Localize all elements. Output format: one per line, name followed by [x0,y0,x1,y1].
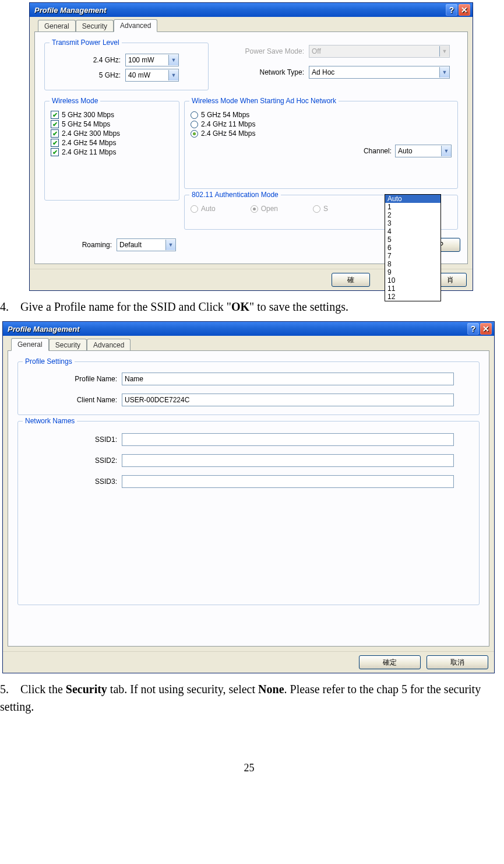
radio-auth-open: Open [251,205,278,213]
close-button[interactable]: ✕ [459,4,470,16]
close-button[interactable]: ✕ [480,323,492,335]
help-button[interactable]: ? [467,323,479,335]
help-button[interactable]: ? [446,4,457,16]
client-area: General Security Advanced Profile Settin… [3,336,494,651]
channel-option[interactable]: Auto [385,195,440,203]
tabstrip: General Security Advanced [8,338,489,351]
tabstrip: General Security Advanced [34,19,468,32]
titlebar[interactable]: Profile Management ? ✕ [3,322,494,336]
label-ssid1: SSID1: [24,435,122,444]
channel-option[interactable]: 6 [385,244,440,252]
combo-network-type[interactable]: Ad Hoc ▼ [309,66,450,79]
chevron-down-icon: ▼ [168,55,178,65]
combo-24ghz-power[interactable]: 100 mW ▼ [125,54,179,66]
legend-auth-mode: 802.11 Authentication Mode [189,191,281,199]
radio-5ghz-54[interactable]: 5 GHz 54 Mbps [191,111,452,119]
window-profile-management-general: Profile Management ? ✕ General Security … [2,321,495,673]
cancel-button[interactable]: 取消 [427,655,488,669]
channel-option[interactable]: 2 [385,211,440,219]
tab-advanced[interactable]: Advanced [87,339,131,352]
group-transmit-power: Transmit Power Level 2.4 GHz: 100 mW ▼ 5… [44,43,209,90]
group-network-names: Network Names SSID1: SSID2: SSID3: [17,421,480,605]
label-channel: Channel: [364,147,395,155]
legend-transmit-power: Transmit Power Level [50,38,122,47]
label-network-type: Network Type: [211,68,309,76]
channel-option[interactable]: 11 [385,285,440,293]
label-client-name: Client Name: [24,396,122,404]
label-5ghz: 5 GHz: [51,71,125,79]
input-ssid2[interactable] [122,454,454,467]
input-profile-name[interactable]: Name [122,373,454,385]
ok-button-partial[interactable]: 確 [332,273,370,287]
tab-advanced[interactable]: Advanced [114,19,157,32]
tab-security[interactable]: Security [76,20,114,33]
radio-24ghz-11[interactable]: 2.4 GHz 11 Mbps [191,120,452,128]
channel-option[interactable]: 8 [385,260,440,268]
legend-wireless-mode-adhoc: Wireless Mode When Starting Ad Hoc Netwo… [189,97,339,105]
window-title: Profile Management [8,325,466,333]
tab-general[interactable]: General [38,20,76,33]
chevron-down-icon: ▼ [439,67,449,78]
group-wireless-mode-adhoc: Wireless Mode When Starting Ad Hoc Netwo… [184,101,458,189]
button-bar: 確定 取消 [3,651,494,673]
label-profile-name: Profile Name: [24,375,122,383]
tab-general[interactable]: General [11,338,49,351]
label-24ghz: 2.4 GHz: [51,56,125,64]
chevron-down-icon: ▼ [165,240,175,250]
radio-auth-shared: S [313,205,328,213]
titlebar[interactable]: Profile Management ? ✕ [30,3,473,17]
legend-network-names: Network Names [23,417,77,425]
group-wireless-mode: Wireless Mode ✔5 GHz 300 Mbps ✔5 GHz 54 … [44,101,179,201]
instruction-step-5: 5. Click the Security tab. If not using … [0,680,487,715]
radio-24ghz-54[interactable]: 2.4 GHz 54 Mbps [191,129,452,138]
chevron-down-icon: ▼ [439,46,449,57]
channel-option[interactable]: 10 [385,276,440,285]
check-24ghz-11[interactable]: ✔2.4 GHz 11 Mbps [51,148,173,156]
label-ssid3: SSID3: [24,477,122,486]
channel-option[interactable]: 1 [385,203,440,211]
input-ssid3[interactable] [122,475,454,488]
channel-option[interactable]: 5 [385,236,440,244]
label-ssid2: SSID2: [24,456,122,465]
check-5ghz-300[interactable]: ✔5 GHz 300 Mbps [51,111,173,119]
check-5ghz-54[interactable]: ✔5 GHz 54 Mbps [51,120,173,128]
window-profile-management-advanced: Profile Management ? ✕ General Security … [29,2,473,291]
check-24ghz-54[interactable]: ✔2.4 GHz 54 Mbps [51,139,173,147]
window-title: Profile Management [34,6,445,15]
label-roaming: Roaming: [42,241,117,249]
channel-option[interactable]: 7 [385,252,440,260]
radio-auth-auto: Auto [191,205,216,213]
channel-option[interactable]: 9 [385,268,440,276]
combo-5ghz-power[interactable]: 40 mW ▼ [125,69,179,82]
channel-dropdown-list[interactable]: Auto 1 2 3 4 5 6 7 8 9 10 11 12 [385,194,441,301]
tabpanel-advanced: Transmit Power Level 2.4 GHz: 100 mW ▼ 5… [34,31,468,264]
group-profile-settings: Profile Settings Profile Name: Name Clie… [17,361,480,415]
legend-wireless-mode: Wireless Mode [50,97,100,105]
combo-roaming[interactable]: Default ▼ [117,238,176,251]
page-number: 25 [0,762,498,774]
tab-security[interactable]: Security [49,339,87,352]
label-power-save: Power Save Mode: [211,47,309,55]
client-area: General Security Advanced Transmit Power… [30,17,473,269]
combo-channel[interactable]: Auto ▼ [395,145,452,157]
ok-button[interactable]: 確定 [359,655,421,669]
channel-option[interactable]: 4 [385,227,440,236]
combo-power-save: Off ▼ [309,45,450,58]
input-ssid1[interactable] [122,433,454,446]
check-24ghz-300[interactable]: ✔2.4 GHz 300 Mbps [51,129,173,138]
channel-option[interactable]: 12 [385,293,440,301]
tabpanel-general: Profile Settings Profile Name: Name Clie… [8,350,489,647]
legend-profile-settings: Profile Settings [23,357,75,366]
input-client-name[interactable]: USER-00DCE7224C [122,394,454,406]
channel-option[interactable]: 3 [385,219,440,227]
chevron-down-icon: ▼ [441,146,451,156]
chevron-down-icon: ▼ [168,70,178,80]
